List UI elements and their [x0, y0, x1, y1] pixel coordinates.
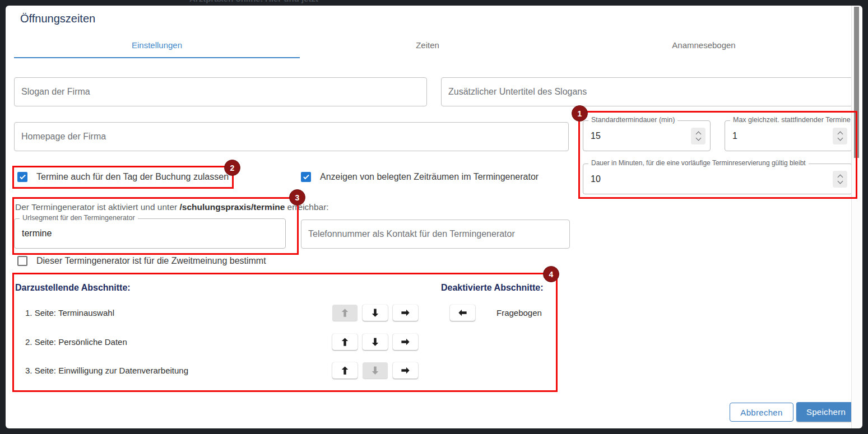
dialog-title: Öffnungszeiten: [20, 12, 95, 25]
stepper-down-icon[interactable]: [695, 135, 701, 141]
show-busy-label: Anzeigen von belegten Zeiträumen im Term…: [320, 172, 539, 182]
generator-url-path: /schulungspraxis/termine: [180, 202, 285, 212]
section-row-label: 2. Seite: Persönliche Daten: [25, 337, 127, 347]
untertitel-input[interactable]: [442, 78, 852, 106]
arrow-down-icon: [370, 365, 380, 376]
stepper-down-icon[interactable]: [837, 178, 843, 184]
standarddauer-stepper[interactable]: [691, 128, 705, 144]
arrow-down-icon: [370, 337, 380, 347]
deactivate-section-button[interactable]: [393, 305, 418, 321]
tab-anamnesebogen[interactable]: Anamnesebogen: [555, 32, 852, 57]
zweitmeinung-label: Dieser Termingenerator ist für die Zweit…: [36, 256, 266, 266]
zweitmeinung-checkbox[interactable]: [17, 256, 27, 266]
slogan-field[interactable]: [14, 77, 427, 106]
standarddauer-field[interactable]: Standardtermindauer (min): [583, 120, 711, 151]
show-busy-checkbox[interactable]: [301, 172, 311, 182]
arrow-right-icon: [400, 337, 411, 347]
urlsegment-input[interactable]: [15, 219, 285, 248]
move-down-button[interactable]: [363, 334, 388, 350]
zweitmeinung-checkbox-row: Dieser Termingenerator ist für die Zweit…: [17, 256, 266, 266]
scrollbar-track[interactable]: [851, 6, 861, 428]
deactivate-section-button[interactable]: [393, 334, 418, 350]
reservierung-label: Dauer in Minuten, für die eine vorläufig…: [588, 159, 809, 167]
untertitel-field[interactable]: [441, 77, 853, 106]
slogan-input[interactable]: [15, 78, 426, 106]
activate-section-button[interactable]: [450, 305, 475, 321]
reservierung-field[interactable]: Dauer in Minuten, für die eine vorläufig…: [583, 164, 852, 194]
section-row-label: 3. Seite: Einwilligung zur Datenverarbei…: [25, 366, 188, 375]
move-up-button[interactable]: [332, 362, 358, 379]
annotation-badge-4: 4: [543, 266, 559, 282]
arrow-up-icon: [340, 337, 350, 347]
section-row-label: 1. Seite: Terminauswahl: [25, 308, 114, 318]
arrow-right-icon: [400, 307, 411, 318]
check-icon: [20, 174, 26, 180]
move-down-button: [363, 362, 388, 379]
tab-einstellungen[interactable]: Einstellungen: [14, 32, 300, 57]
arrow-up-icon: [340, 307, 350, 318]
max-termine-stepper[interactable]: [833, 128, 847, 144]
move-up-button[interactable]: [332, 334, 358, 350]
move-down-button[interactable]: [363, 305, 388, 321]
same-day-checkbox-row: Termine auch für den Tag der Buchung zul…: [17, 172, 229, 182]
homepage-input[interactable]: [15, 123, 568, 151]
scrollbar-thumb[interactable]: [854, 7, 859, 158]
standarddauer-label: Standardtermindauer (min): [588, 116, 677, 124]
deactivate-section-button[interactable]: [393, 362, 418, 379]
same-day-label: Termine auch für den Tag der Buchung zul…: [36, 172, 229, 182]
same-day-checkbox[interactable]: [17, 172, 27, 182]
arrow-down-icon: [370, 307, 380, 318]
active-sections-heading: Darzustellende Abschnitte:: [15, 283, 131, 293]
telefon-input[interactable]: [301, 220, 569, 248]
urlsegment-field[interactable]: Urlsegment für den Termingenerator: [14, 218, 286, 249]
tab-bar: Einstellungen Zeiten Anamnesebogen: [14, 32, 852, 57]
show-busy-checkbox-row: Anzeigen von belegten Zeiträumen im Term…: [301, 172, 539, 182]
homepage-field[interactable]: [14, 122, 569, 151]
max-termine-label: Max gleichzeit. stattfindender Termine: [730, 116, 853, 124]
reservierung-input[interactable]: [583, 164, 852, 194]
move-up-button: [332, 305, 358, 321]
inactive-section-label: Fragebogen: [496, 308, 542, 318]
annotation-badge-1: 1: [572, 105, 588, 122]
generator-info-text: Der Termingenerator ist aktiviert und un…: [15, 202, 329, 212]
arrow-up-icon: [340, 365, 350, 376]
cancel-button[interactable]: Abbrechen: [730, 403, 793, 422]
check-icon: [303, 174, 309, 180]
oeffnungszeiten-dialog: Öffnungszeiten Einstellungen Zeiten Anam…: [6, 6, 862, 428]
backdrop-clipped-text: Arztpraxen online. Hier und jetzt: [189, 0, 318, 3]
telefon-field[interactable]: [301, 220, 570, 249]
inactive-sections-heading: Deaktivierte Abschnitte:: [441, 283, 544, 293]
tab-zeiten[interactable]: Zeiten: [300, 32, 555, 57]
arrow-left-icon: [457, 307, 468, 318]
max-termine-field[interactable]: Max gleichzeit. stattfindender Termine: [725, 120, 852, 151]
backdrop: Arztpraxen online. Hier und jetzt Öffnun…: [0, 0, 868, 434]
stepper-down-icon[interactable]: [837, 135, 843, 141]
arrow-right-icon: [400, 365, 411, 376]
active-tab-indicator: [14, 57, 300, 58]
save-button[interactable]: Speichern: [796, 402, 856, 422]
urlsegment-label: Urlsegment für den Termingenerator: [20, 214, 138, 222]
reservierung-stepper[interactable]: [833, 171, 847, 188]
